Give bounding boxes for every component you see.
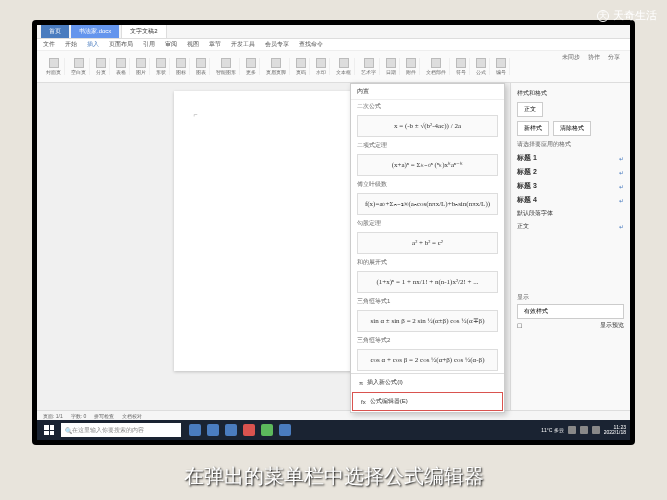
equation-dropdown: 内置 二次公式 x = (-b ± √(b²-4ac)) / 2a 二项式定理 … (350, 83, 505, 413)
show-select[interactable]: 有效样式 (517, 304, 624, 319)
panel-title: 样式和格式 (517, 89, 624, 98)
task-icon-4[interactable] (243, 424, 255, 436)
shape-icon (156, 58, 166, 68)
tray-icon[interactable] (592, 426, 600, 434)
current-style[interactable]: 正文 (517, 102, 543, 117)
tab-document[interactable]: 书法家.docx (71, 25, 119, 38)
task-icon-2[interactable] (207, 424, 219, 436)
preview-checkbox[interactable]: ☐ 显示预览 (517, 319, 624, 332)
smart-icon (221, 58, 231, 68)
style-h2[interactable]: 标题 2↵ (517, 165, 624, 179)
style-h3[interactable]: 标题 3↵ (517, 179, 624, 193)
section-trig1: 三角恒等式1 (351, 295, 504, 308)
share-button[interactable]: 分享 (608, 53, 620, 62)
tray-icon[interactable] (580, 426, 588, 434)
formula-expand[interactable]: (1+x)ⁿ = 1 + nx/1! + n(n-1)x²/2! + ... (357, 271, 498, 293)
menu-file[interactable]: 文件 (43, 40, 55, 49)
tool-cover[interactable]: 封面页 (43, 58, 65, 75)
tool-chart[interactable]: 图表 (193, 58, 210, 75)
new-style-button[interactable]: 新样式 (517, 121, 549, 136)
equation-editor[interactable]: fx公式编辑器(E) (352, 392, 503, 411)
tool-equation[interactable]: 公式 (473, 58, 490, 75)
pnum-icon (296, 58, 306, 68)
dropdown-header: 内置 (351, 84, 504, 100)
status-bar: 页面: 1/1 字数: 0 拼写检查 文档校对 (37, 410, 630, 420)
blank-icon (74, 58, 84, 68)
cursor: ⌐ (194, 111, 198, 118)
tool-number[interactable]: 编号 (493, 58, 510, 75)
menu-ref[interactable]: 引用 (143, 40, 155, 49)
menu-section[interactable]: 章节 (209, 40, 221, 49)
style-default[interactable]: 默认段落字体 (517, 207, 624, 220)
check-icon: ↵ (619, 169, 624, 176)
menu-special[interactable]: 会员专享 (265, 40, 289, 49)
menu-insert[interactable]: 插入 (87, 40, 99, 49)
tool-more[interactable]: 更多 (243, 58, 260, 75)
tool-blank[interactable]: 空白页 (68, 58, 90, 75)
search-box[interactable]: 🔍 在这里输入你要搜索的内容 (61, 423, 181, 437)
insert-new-equation[interactable]: π插入新公式(I) (351, 374, 504, 391)
menu-page[interactable]: 页面布局 (109, 40, 133, 49)
tray-icon[interactable] (568, 426, 576, 434)
tool-icon[interactable]: 图标 (173, 58, 190, 75)
page[interactable]: ⌐ (174, 91, 374, 371)
tool-break[interactable]: 分页 (93, 58, 110, 75)
tool-shape[interactable]: 形状 (153, 58, 170, 75)
task-icon-5[interactable] (261, 424, 273, 436)
tool-table[interactable]: 表格 (113, 58, 130, 75)
video-watermark: 天 天奇生活 (597, 8, 657, 23)
formula-fourier[interactable]: f(x)=a₀+Σₙ₌₁∞(aₙcos(nπx/L)+bₙsin(nπx/L)) (357, 193, 498, 215)
tab-blank[interactable]: 文字文稿2 (121, 25, 166, 39)
content-area: ⌐ 内置 二次公式 x = (-b ± √(b²-4ac)) / 2a 二项式定… (37, 83, 630, 420)
coop-button[interactable]: 协作 (588, 53, 600, 62)
menu-start[interactable]: 开始 (65, 40, 77, 49)
tool-attach[interactable]: 附件 (403, 58, 420, 75)
attach-icon (406, 58, 416, 68)
tool-date[interactable]: 日期 (383, 58, 400, 75)
text-icon (339, 58, 349, 68)
style-h4[interactable]: 标题 4↵ (517, 193, 624, 207)
weather[interactable]: 11°C 多云 (541, 427, 564, 433)
clear-format-button[interactable]: 清除格式 (553, 121, 591, 136)
monitor-frame: 首页 书法家.docx 文字文稿2 文件 开始 插入 页面布局 引用 审阅 视图… (32, 20, 635, 445)
task-icon-1[interactable] (189, 424, 201, 436)
tool-symbol[interactable]: 符号 (453, 58, 470, 75)
formula-pythag[interactable]: a² + b² = c² (357, 232, 498, 254)
style-body[interactable]: 正文↵ (517, 220, 624, 233)
spell-check[interactable]: 拼写检查 (94, 413, 114, 419)
video-subtitle: 在弹出的菜单栏中选择公式编辑器 (0, 463, 667, 490)
task-icon-6[interactable] (279, 424, 291, 436)
tool-field[interactable]: 文档部件 (423, 58, 450, 75)
sync-status[interactable]: 未同步 (562, 53, 580, 62)
formula-quadratic[interactable]: x = (-b ± √(b²-4ac)) / 2a (357, 115, 498, 137)
formula-trig2[interactable]: cos α + cos β = 2 cos ½(α+β) cos ½(α-β) (357, 349, 498, 371)
tool-smart[interactable]: 智能图形 (213, 58, 240, 75)
watermark-text: 天奇生活 (613, 8, 657, 23)
section-quadratic: 二次公式 (351, 100, 504, 113)
num-icon (496, 58, 506, 68)
doc-proof[interactable]: 文档校对 (122, 413, 142, 419)
formula-binomial[interactable]: (x+a)ⁿ = Σₖ₌₀ⁿ (ⁿₖ)xᵏaⁿ⁻ᵏ (357, 154, 498, 176)
formula-trig1[interactable]: sin α ± sin β = 2 sin ½(α±β) cos ½(α∓β) (357, 310, 498, 332)
tool-pagenum[interactable]: 页码 (293, 58, 310, 75)
menu-find[interactable]: 查找命令 (299, 40, 323, 49)
tool-watermark[interactable]: 水印 (313, 58, 330, 75)
search-placeholder: 在这里输入你要搜索的内容 (72, 426, 144, 435)
tab-home[interactable]: 首页 (41, 25, 69, 38)
clock[interactable]: 11:23 2022/1/18 (604, 425, 626, 435)
tool-textbox[interactable]: 文本框 (333, 58, 355, 75)
start-button[interactable] (41, 422, 57, 438)
dropdown-footer: π插入新公式(I) fx公式编辑器(E) (351, 373, 504, 411)
system-tray: 11°C 多云 11:23 2022/1/18 (541, 425, 626, 435)
eq-icon (476, 58, 486, 68)
task-icon-3[interactable] (225, 424, 237, 436)
tool-pic[interactable]: 图片 (133, 58, 150, 75)
tool-header[interactable]: 页眉页脚 (263, 58, 290, 75)
menu-dev[interactable]: 开发工具 (231, 40, 255, 49)
task-icons (189, 424, 291, 436)
tool-art[interactable]: 艺术字 (358, 58, 380, 75)
menu-review[interactable]: 审阅 (165, 40, 177, 49)
section-binomial: 二项式定理 (351, 139, 504, 152)
style-h1[interactable]: 标题 1↵ (517, 151, 624, 165)
menu-view[interactable]: 视图 (187, 40, 199, 49)
